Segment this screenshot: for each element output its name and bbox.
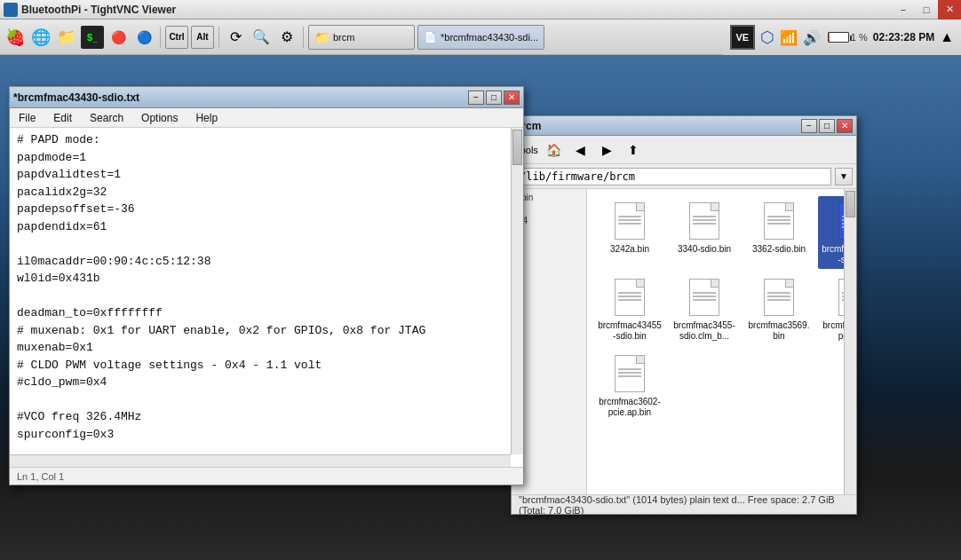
fm-scrollbar-thumb[interactable] — [846, 191, 855, 217]
text-editor-titlebar: *brcmfmac43430-sdio.txt − □ ✕ — [10, 87, 523, 108]
text-editor-window: *brcmfmac43430-sdio.txt − □ ✕ File Edit … — [9, 86, 524, 485]
battery-indicator[interactable]: 1 % — [826, 32, 868, 43]
fm-left-item-3: ac4 — [513, 216, 584, 225]
refresh-icon[interactable]: ⟳ — [224, 26, 247, 49]
battery-pct: 1 % — [851, 32, 868, 43]
title-bar-left: BluetoothPi - TightVNC Viewer — [0, 3, 176, 17]
text-editor-title: *brcmfmac43430-sdio.txt — [13, 91, 139, 104]
list-item[interactable]: brcmfmac3602-pcie.ap.bin — [594, 349, 665, 422]
ve-indicator[interactable]: VE — [730, 25, 755, 50]
text-editor-content[interactable]: # PAPD mode: papdmode=1 papdvalidtest=1 … — [10, 128, 523, 467]
fm-address-bar: ▼ — [512, 164, 856, 189]
fm-close-button[interactable]: ✕ — [837, 119, 853, 133]
fm-maximize-button[interactable]: □ — [819, 119, 835, 133]
browser-icon[interactable]: 🌐 — [29, 26, 52, 49]
file-name: 3362-sdio.bin — [752, 244, 806, 255]
list-item[interactable]: 3340-sdio.bin — [669, 196, 740, 269]
app-tab-editor[interactable]: 📄 *brcmfmac43430-sdi... — [417, 25, 544, 50]
maximize-button[interactable]: □ — [915, 0, 938, 20]
file-manager-window: brcm − □ ✕ Tools 🏠 ◀ ▶ ⬆ ▼ 5-bin 4 ac4 x… — [511, 115, 857, 515]
terminal-icon[interactable]: $_ — [81, 26, 104, 49]
menu-options[interactable]: Options — [136, 110, 183, 126]
fm-left-item-6: 4 — [513, 250, 584, 260]
file-name: brcmfmac3569.bin — [747, 320, 811, 342]
fm-files-grid: 3242a.bin 3340-sdio.bin — [594, 196, 849, 422]
list-item[interactable]: 3362-sdio.bin — [743, 196, 814, 269]
fm-up-btn[interactable]: ⬆ — [622, 139, 645, 161]
fm-toolbar: Tools 🏠 ◀ ▶ ⬆ — [512, 136, 856, 164]
fm-left-item-4: xt — [513, 227, 584, 237]
title-bar-controls: − □ ✕ — [892, 0, 961, 20]
battery-bar — [828, 32, 849, 43]
file-icon — [761, 200, 797, 242]
raspberry-icon[interactable]: 🍓 — [4, 26, 27, 49]
ctrl-label: Ctrl — [165, 26, 188, 49]
close-button[interactable]: ✕ — [938, 0, 961, 20]
bluetooth-tray-icon[interactable]: ⬡ — [760, 28, 774, 47]
status-text: Ln 1, Col 1 — [17, 471, 64, 482]
menu-search[interactable]: Search — [84, 110, 129, 126]
fm-left-item-1: 5-bin — [513, 193, 584, 202]
fm-minimize-button[interactable]: − — [801, 119, 817, 133]
file-icon — [687, 276, 722, 319]
list-item[interactable]: brcmfmac3569.bin — [743, 272, 814, 345]
menu-help[interactable]: Help — [190, 110, 223, 126]
fm-back-btn[interactable]: ◀ — [568, 139, 592, 161]
text-area[interactable]: # PAPD mode: papdmode=1 papdvalidtest=1 … — [10, 128, 511, 454]
settings-icon[interactable]: ⚙ — [275, 26, 298, 49]
fm-file-area: 3242a.bin 3340-sdio.bin — [587, 189, 856, 494]
fm-controls: − □ ✕ — [801, 119, 853, 133]
fm-left-item-2: 4 — [513, 204, 584, 214]
window-title: BluetoothPi - TightVNC Viewer — [21, 4, 176, 16]
te-close-button[interactable]: ✕ — [504, 91, 520, 105]
taskbar-sep-2 — [218, 27, 219, 48]
up-arrow-icon[interactable]: ▲ — [940, 29, 954, 45]
file-icon — [612, 352, 647, 395]
app-tab-brcm[interactable]: 📁 brcm — [308, 25, 415, 50]
file-icon — [761, 276, 797, 319]
file-icon — [687, 200, 722, 242]
taskbar-sep-3 — [303, 27, 304, 48]
alert-icon[interactable]: 🔴 — [107, 26, 130, 49]
menu-file[interactable]: File — [13, 110, 41, 126]
file-name: brcmfmac3455-sdio.clm_b... — [672, 320, 736, 342]
list-item[interactable]: brcmfmac43455-sdio.bin — [594, 272, 665, 345]
list-item[interactable]: brcmfmac3455-sdio.clm_b... — [669, 272, 740, 345]
files-icon[interactable]: 📁 — [55, 26, 78, 49]
fm-titlebar: brcm − □ ✕ — [512, 116, 856, 136]
fm-left-item-5: 4 — [513, 239, 584, 248]
fm-vertical-scrollbar[interactable] — [844, 189, 856, 494]
minimize-button[interactable]: − — [892, 0, 915, 20]
menu-edit[interactable]: Edit — [48, 110, 77, 126]
search-icon[interactable]: 🔍 — [250, 26, 273, 49]
fm-status-text: "brcmfmac43430-sdio.txt" (1014 bytes) pl… — [519, 494, 849, 516]
taskbar-sep-1 — [160, 27, 161, 48]
fm-address-dropdown[interactable]: ▼ — [835, 168, 853, 185]
fm-forward-btn[interactable]: ▶ — [595, 139, 618, 161]
fm-address-input[interactable] — [515, 168, 831, 185]
app-icon — [4, 3, 18, 17]
fm-home-btn[interactable]: 🏠 — [542, 139, 565, 161]
title-bar: BluetoothPi - TightVNC Viewer − □ ✕ — [0, 0, 961, 20]
text-editor-controls: − □ ✕ — [468, 91, 520, 105]
fm-content: 5-bin 4 ac4 xt 4 4 — [512, 189, 856, 494]
fm-statusbar: "brcmfmac43430-sdio.txt" (1014 bytes) pl… — [512, 494, 856, 514]
file-icon — [612, 200, 647, 242]
text-editor-statusbar: Ln 1, Col 1 — [10, 467, 523, 485]
horizontal-scrollbar[interactable] — [10, 454, 511, 467]
file-name: 3340-sdio.bin — [678, 244, 731, 255]
battery-fill — [829, 33, 830, 42]
circle-icon[interactable]: 🔵 — [132, 26, 155, 49]
volume-tray-icon[interactable]: 🔊 — [803, 29, 821, 46]
system-tray: VE ⬡ 📶 🔊 1 % 02:23:28 PM ▲ — [723, 20, 961, 55]
file-name: brcmfmac3602-pcie.ap.bin — [598, 397, 662, 418]
te-maximize-button[interactable]: □ — [486, 91, 502, 105]
wifi-tray-icon[interactable]: 📶 — [780, 29, 798, 46]
vertical-scrollbar[interactable] — [511, 128, 523, 454]
file-name: 3242a.bin — [610, 244, 649, 255]
text-editor-menubar: File Edit Search Options Help — [10, 108, 523, 128]
te-minimize-button[interactable]: − — [468, 91, 484, 105]
scrollbar-thumb[interactable] — [512, 130, 522, 165]
app-tab-brcm-label: brcm — [333, 32, 354, 43]
list-item[interactable]: 3242a.bin — [594, 196, 665, 269]
